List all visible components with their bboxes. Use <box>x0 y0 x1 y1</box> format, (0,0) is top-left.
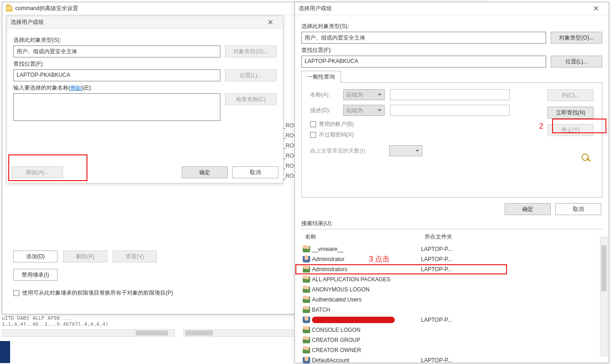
days-since-label: 自上次登录后的天数(I): <box>310 147 384 155</box>
close-icon[interactable]: ✕ <box>587 2 605 15</box>
name-filter-input[interactable] <box>390 89 510 100</box>
group-icon <box>303 286 310 293</box>
result-row[interactable]: ALL APPLICATION PACKAGES <box>301 274 602 284</box>
add-button[interactable]: 添加(D) <box>13 250 58 262</box>
annotation-3-label: 3 点击 <box>369 255 390 264</box>
cancel-button-2[interactable]: 取消 <box>555 203 601 215</box>
desc-filter-label: 描述(D): <box>310 107 338 114</box>
result-row[interactable]: BATCH <box>301 305 602 315</box>
result-folder: LAPTOP-P... <box>421 256 602 262</box>
close-icon[interactable]: ✕ <box>261 16 279 29</box>
enter-names-post: )(E): <box>81 85 92 91</box>
result-folder: LAPTOP-P... <box>421 357 602 364</box>
group-icon <box>303 347 310 353</box>
object-type-field[interactable]: 用户、组或内置安全主体 <box>13 46 220 57</box>
user-icon <box>303 357 310 364</box>
name-filter-select[interactable]: 起始为 <box>343 89 385 100</box>
result-name: CREATOR OWNER <box>312 347 361 353</box>
ok-button[interactable]: 确定 <box>182 166 228 178</box>
dialog2-window: 选择用户或组 ✕ 选择此对象类型(S): 用户、组或内置安全主体 对象类型(O)… <box>294 2 609 363</box>
folder-icon <box>6 6 12 11</box>
redacted-name <box>312 317 395 323</box>
result-folder: LAPTOP-P... <box>421 317 602 323</box>
object-types-button[interactable]: 对象类型(O)... <box>225 46 277 57</box>
result-row[interactable]: LAPTOP-P... <box>301 315 602 325</box>
desc-filter-select[interactable]: 起始为 <box>343 105 385 116</box>
desc-filter-input[interactable] <box>390 105 510 116</box>
result-name: Authenticated Users <box>312 296 362 303</box>
group-icon <box>303 266 310 273</box>
dialog1-window: 选择用户或组 ✕ 选择此对象类型(S): 用户、组或内置安全主体 对象类型(O)… <box>6 16 283 183</box>
find-now-button[interactable]: 立即查找(N) <box>548 107 594 119</box>
advanced-button[interactable]: 高级(A)... <box>12 166 63 178</box>
location-label-2: 查找位置(F): <box>301 46 602 54</box>
group-icon <box>303 276 310 283</box>
enter-names-label: 输入要选择的对象名称(例如)(E): <box>13 84 277 92</box>
result-name: DefaultAccount <box>312 357 349 364</box>
group-icon <box>303 246 310 252</box>
name-filter-label: 名称(A): <box>310 91 338 99</box>
result-row[interactable]: CONSOLE LOGON <box>301 325 602 335</box>
locations-button[interactable]: 位置(L)... <box>225 69 277 81</box>
scrollbar-vertical[interactable] <box>600 237 608 356</box>
parent-bottom-buttons: 添加(D) 删除(R) 查看(V) <box>13 250 157 262</box>
view-button: 查看(V) <box>113 250 157 262</box>
annotation-2-label: 2 <box>539 122 543 131</box>
cancel-button[interactable]: 取消 <box>232 166 278 178</box>
scrollbar-horizontal-2[interactable] <box>183 329 294 337</box>
results-listview[interactable]: 名称 所在文件夹 __vmware__LAPTOP-P...Administra… <box>301 229 602 364</box>
col-name-header[interactable]: 名称 <box>301 231 421 243</box>
location-label: 查找位置(F): <box>13 60 277 68</box>
result-row[interactable]: Authenticated Users <box>301 295 602 305</box>
result-row[interactable]: DefaultAccountLAPTOP-P... <box>301 355 602 364</box>
disabled-accounts-check[interactable]: 禁用的帐户(B) <box>310 120 525 128</box>
columns-button[interactable]: 列(C)... <box>548 89 594 101</box>
result-name: CONSOLE LOGON <box>312 327 360 333</box>
result-row[interactable]: ANONYMOUS LOGON <box>301 284 602 295</box>
scrollbar-horizontal[interactable] <box>2 329 175 337</box>
dialog2-titlebar: 选择用户或组 ✕ <box>295 2 609 15</box>
search-icon <box>580 154 594 163</box>
replace-chk-label: 使用可从此对象继承的权限项目替换所有子对象的权限项目(P) <box>22 289 173 297</box>
replace-permissions-checkbox[interactable]: 使用可从此对象继承的权限项目替换所有子对象的权限项目(P) <box>13 289 173 297</box>
col-folder-header[interactable]: 所在文件夹 <box>421 231 602 243</box>
object-types-button-2[interactable]: 对象类型(O)... <box>551 32 602 44</box>
object-type-label-2: 选择此对象类型(S): <box>301 23 602 30</box>
check-names-button[interactable]: 检查名称(C) <box>225 93 277 105</box>
enter-names-pre: 输入要选择的对象名称( <box>13 85 70 91</box>
user-icon <box>303 256 310 262</box>
result-row[interactable]: __vmware__LAPTOP-P... <box>301 244 602 254</box>
example-link[interactable]: 例如 <box>70 85 81 91</box>
result-row[interactable]: AdministratorLAPTOP-P... <box>301 254 602 264</box>
tab-general-query[interactable]: 一般性查询 <box>301 71 341 83</box>
result-name: ALL APPLICATION PACKAGES <box>312 276 391 283</box>
stop-button: 停止(T) <box>548 124 594 136</box>
background-code-area: uITD DABS 4LLF AF98 ... 1,1,4,4f..40..1.… <box>0 315 175 327</box>
noexpire-check[interactable]: 不过期密码(X) <box>310 131 525 139</box>
dialog2-content: 选择此对象类型(S): 用户、组或内置安全主体 对象类型(O)... 查找位置(… <box>295 15 609 364</box>
checkbox-icon <box>13 290 19 296</box>
dialog1-content: 选择此对象类型(S): 用户、组或内置安全主体 对象类型(O)... 查找位置(… <box>7 29 283 183</box>
location-field[interactable]: LAPTOP-PKABKUCA <box>13 69 220 81</box>
result-folder: LAPTOP-P... <box>421 246 602 252</box>
object-names-textarea[interactable] <box>13 93 220 121</box>
object-type-field-2[interactable]: 用户、组或内置安全主体 <box>301 32 546 44</box>
result-name: BATCH <box>312 307 330 313</box>
result-name: Administrator <box>312 256 345 262</box>
group-icon <box>303 337 310 343</box>
ok-button-2[interactable]: 确定 <box>505 203 551 215</box>
days-select[interactable] <box>389 145 422 156</box>
result-name: ANONYMOUS LOGON <box>312 286 369 293</box>
disable-inherit-button[interactable]: 禁用继承(I) <box>13 269 58 281</box>
result-row[interactable]: CREATOR OWNER <box>301 345 602 355</box>
results-header[interactable]: 名称 所在文件夹 <box>301 229 602 244</box>
result-row[interactable]: CREATOR GROUP <box>301 335 602 345</box>
dialog1-titlebar: 选择用户或组 ✕ <box>7 16 283 29</box>
group-icon <box>303 327 310 333</box>
location-field-2[interactable]: LAPTOP-PKABKUCA <box>301 56 546 68</box>
user-icon <box>303 317 310 323</box>
locations-button-2[interactable]: 位置(L)... <box>551 56 602 68</box>
dialog2-title: 选择用户或组 <box>299 5 587 12</box>
result-row[interactable]: AdministratorsLAPTOP-P... <box>301 264 602 274</box>
result-folder: LAPTOP-P... <box>421 266 602 273</box>
